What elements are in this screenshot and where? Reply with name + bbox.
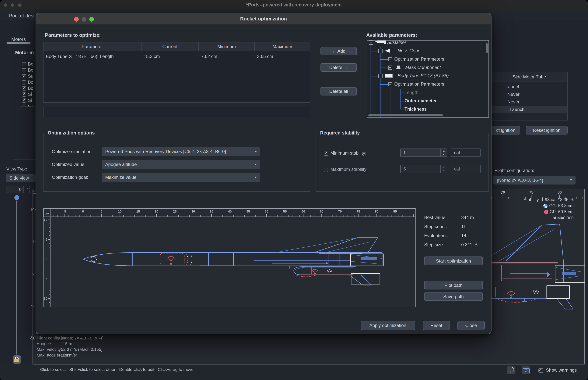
rotation-slider-knob[interactable] (14, 195, 19, 200)
tab-rocket-design[interactable]: Rocket design (9, 13, 40, 19)
checkbox[interactable] (22, 62, 26, 66)
tree-item[interactable]: +Optimization Parameters (367, 55, 488, 64)
show-warnings-checkbox[interactable] (538, 367, 543, 374)
checkbox-label: Su (28, 74, 33, 78)
tree-item[interactable]: Thickness (367, 105, 488, 114)
view-type-select[interactable]: Side view (6, 174, 35, 182)
tree-item[interactable]: −Body Tube ST-18 (BT-56) (367, 72, 488, 80)
tree-item[interactable]: −Nose Cone (367, 47, 488, 55)
collapse-icon[interactable]: − (378, 74, 382, 78)
save-path-button[interactable]: Save path (424, 292, 483, 301)
smt-row[interactable]: Launch (491, 106, 567, 113)
min-stability-unit[interactable]: cal (451, 149, 481, 157)
tree-item[interactable]: Length (367, 89, 488, 97)
status-bar: Click to selectShift+click to select oth… (0, 364, 588, 380)
checkbox[interactable] (22, 98, 26, 102)
reset-button[interactable]: Reset (423, 321, 450, 330)
parameter-row[interactable]: Body Tube ST-18 (BT-56): Length15.3 cm7.… (44, 52, 310, 61)
expand-icon[interactable]: + (388, 66, 392, 70)
svg-text:0: 0 (32, 271, 35, 275)
svg-text:-5: -5 (31, 303, 35, 307)
svg-text:cm: cm (45, 212, 49, 215)
motor-mount-item[interactable]: Si (22, 97, 35, 103)
svg-text:5: 5 (101, 210, 102, 213)
checkbox[interactable] (22, 80, 26, 84)
groupbox-border (575, 64, 575, 161)
motor-mount-item[interactable]: Si (22, 91, 35, 97)
close-button[interactable]: Close (457, 321, 485, 330)
min-stability-spinner[interactable]: 1 ▲▼ (400, 149, 447, 157)
optimize-simulation-select[interactable]: Powered Pods with Recovery Devices [C6-7… (102, 147, 260, 156)
flight-config-select[interactable]: [None; 2× A10-3, B6-4] ▼ (493, 176, 575, 185)
display-options-button[interactable] (507, 366, 515, 374)
motor-mount-item[interactable]: Fir (22, 103, 35, 107)
delete-button[interactable]: Delete → (320, 63, 357, 72)
motor-mount-item[interactable]: Bo (22, 67, 35, 73)
column-header[interactable]: Minimum (199, 42, 255, 51)
tree-item[interactable]: −Sustainer (367, 40, 488, 47)
motor-mount-item[interactable]: Bo (22, 79, 35, 85)
tree-item-label: Mass Component (405, 65, 441, 70)
max-stability-checkbox[interactable] (324, 167, 328, 173)
column-header[interactable]: Parameter (44, 42, 141, 51)
add-button[interactable]: ← Add (320, 47, 357, 55)
start-optimization-button[interactable]: Start optimization (424, 256, 483, 265)
column-header[interactable]: Maximum (255, 42, 310, 51)
motor-mount-item[interactable]: Bo (22, 61, 35, 67)
collapse-icon[interactable]: − (369, 40, 373, 45)
dialog-titlebar[interactable]: Rocket optimization (36, 13, 491, 25)
tree-item[interactable]: Outer diameter (367, 97, 488, 105)
expand-icon[interactable]: + (388, 57, 392, 61)
apply-optimization-button[interactable]: Apply optimization (361, 321, 415, 330)
svg-text:60: 60 (302, 210, 305, 213)
tree-item[interactable]: +Mass Component (367, 64, 488, 72)
svg-text:20: 20 (155, 210, 158, 213)
ruler-fragment: -10 (29, 333, 40, 364)
checkbox[interactable] (22, 68, 26, 72)
max-stability-unit[interactable]: cal (451, 165, 481, 173)
optimized-value-label: Optimized value: (52, 162, 86, 167)
smt-row[interactable]: Launch (491, 83, 567, 91)
optimization-options-label: Optimization options (46, 130, 97, 136)
spinner-arrows-icon: ▲▼ (440, 165, 447, 173)
tree-hscrollbar[interactable] (368, 114, 443, 116)
rocket-diagram-panel[interactable]: -50510152025303540455055606570758085 105… (43, 208, 416, 307)
lock-button[interactable] (13, 355, 21, 364)
macos-titlebar[interactable]: *Pods--powered with recovery deployment (0, 0, 588, 10)
flight-status-row: Apogee:115 m (37, 341, 188, 346)
max-stability-label: Maximum stability: (330, 167, 368, 172)
reset-ignition-button[interactable]: Reset ignition (526, 126, 568, 134)
screenshot-camera-button[interactable] (522, 366, 530, 374)
min-stability-checkbox[interactable] (324, 151, 328, 157)
checkbox[interactable] (22, 92, 26, 96)
gear-icon (512, 367, 514, 369)
chevron-down-icon: ▼ (254, 176, 257, 179)
checkbox[interactable] (22, 74, 26, 78)
side-motor-tube-table: Side Motor Tube LaunchNeverNeverLaunch (491, 72, 568, 120)
optimized-value-select[interactable]: Apogee altitude▼ (102, 160, 260, 169)
max-stability-spinner[interactable]: 5 ▲▼ (400, 165, 447, 173)
svg-text:70: 70 (501, 190, 505, 194)
smt-row[interactable]: Never (491, 98, 567, 106)
svg-text:5: 5 (46, 238, 47, 241)
checkbox[interactable] (22, 104, 26, 107)
rotation-input[interactable]: 0 (6, 186, 24, 193)
hint-text: Double-click to edit (119, 367, 154, 372)
collapse-icon[interactable]: − (388, 82, 392, 86)
checkbox[interactable] (22, 86, 26, 90)
available-parameters-tree: −Sustainer−Nose Cone+Optimization Parame… (367, 40, 489, 118)
parameters-table-header: ParameterCurrentMinimumMaximum (44, 42, 310, 51)
column-header[interactable]: Current (141, 42, 199, 51)
rotation-slider-track[interactable] (16, 200, 17, 355)
optimization-goal-select[interactable]: Maximize value▼ (102, 173, 260, 182)
tab-motors[interactable]: Motors (6, 37, 31, 42)
spinner-arrows-icon[interactable]: ▲▼ (440, 149, 447, 156)
collapse-icon[interactable]: − (378, 49, 382, 53)
motor-mount-item[interactable]: Su (22, 73, 35, 79)
motor-mount-item[interactable]: Bo (22, 85, 35, 91)
plot-path-button[interactable]: Plot path (424, 281, 483, 289)
delete-all-button[interactable]: Delete all (320, 87, 357, 95)
tree-item[interactable]: −Optimization Parameters (367, 80, 488, 89)
tree-vscrollbar[interactable] (486, 43, 488, 53)
smt-row[interactable]: Never (491, 91, 567, 98)
